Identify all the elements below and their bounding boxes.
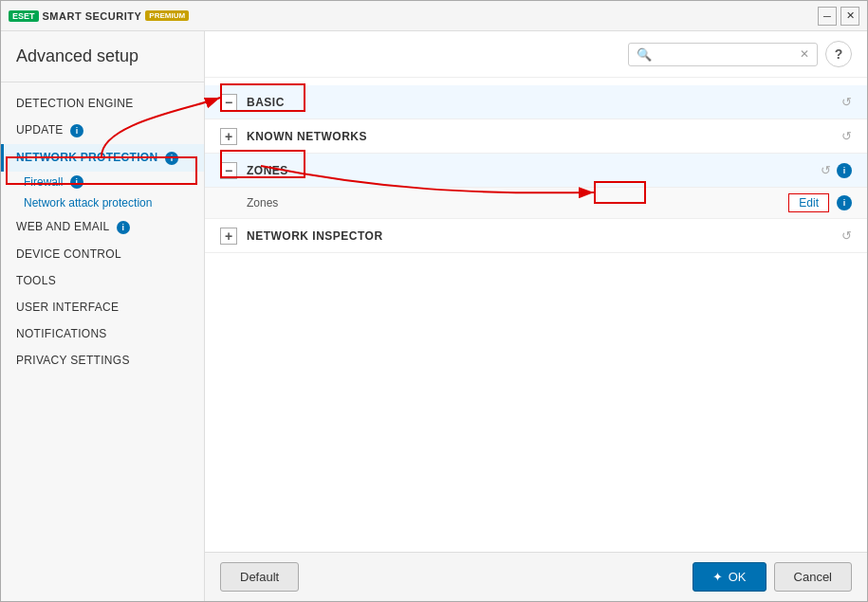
known-networks-reset-icon[interactable]: ↺ [841, 129, 852, 143]
zones-section-row[interactable]: − ZONES ↺ i [205, 154, 867, 188]
sidebar-item-network-attack[interactable]: Network attack protection [1, 192, 204, 213]
zones-label: ZONES [247, 164, 821, 177]
sidebar-title: Advanced setup [1, 46, 204, 82]
sidebar-item-web-and-email[interactable]: WEB AND EMAIL i [1, 213, 204, 241]
ok-label: OK [729, 570, 747, 584]
sidebar-item-device-control[interactable]: DEVICE CONTROL [1, 241, 204, 267]
app-logo: ESET SMART SECURITY PREMIUM [9, 10, 189, 22]
eset-badge: ESET [9, 10, 39, 22]
default-button[interactable]: Default [220, 562, 299, 592]
sidebar-item-tools[interactable]: TOOLS [1, 267, 204, 294]
zones-row: Zones Edit i [205, 188, 867, 218]
premium-badge: PREMIUM [145, 10, 189, 21]
update-info-icon: i [70, 124, 83, 137]
basic-expand-btn[interactable]: − [220, 94, 237, 111]
known-networks-expand-btn[interactable]: + [220, 128, 237, 145]
search-clear-icon[interactable]: ✕ [800, 47, 809, 61]
network-protection-info-icon: i [165, 152, 178, 165]
network-inspector-expand-btn[interactable]: + [220, 228, 237, 245]
title-bar: ESET SMART SECURITY PREMIUM ─ ✕ [1, 1, 867, 31]
minimize-button[interactable]: ─ [818, 7, 837, 26]
search-bar: 🔍 ✕ ? [205, 31, 867, 78]
cancel-button[interactable]: Cancel [774, 562, 852, 592]
main-content: − BASIC ↺ + KNOWN NETWORKS ↺ [205, 78, 867, 552]
footer: Default ✦ OK Cancel [205, 552, 867, 601]
basic-section-row[interactable]: − BASIC ↺ [205, 85, 867, 119]
firewall-info-icon: i [70, 175, 83, 189]
network-inspector-label: NETWORK INSPECTOR [247, 229, 841, 243]
search-icon: 🔍 [637, 47, 652, 62]
basic-label: BASIC [247, 96, 841, 109]
known-networks-label: KNOWN NETWORKS [247, 130, 841, 143]
sidebar: Advanced setup DETECTION ENGINE UPDATE i… [1, 31, 205, 601]
zones-edit-button[interactable]: Edit [788, 193, 829, 212]
known-networks-section-row[interactable]: + KNOWN NETWORKS ↺ [205, 119, 867, 154]
ok-button[interactable]: ✦ OK [693, 562, 766, 592]
sidebar-item-network-protection[interactable]: NETWORK PROTECTION i [1, 144, 204, 172]
app-name: SMART SECURITY [43, 10, 142, 22]
sidebar-item-privacy-settings[interactable]: PRIVACY SETTINGS [1, 347, 204, 374]
ok-icon: ✦ [712, 570, 723, 584]
main-panel: 🔍 ✕ ? − BASIC ↺ [205, 31, 867, 601]
basic-reset-icon[interactable]: ↺ [841, 95, 852, 109]
zones-expand-btn[interactable]: − [220, 162, 237, 179]
zones-sub-label: Zones [247, 196, 788, 210]
sidebar-item-detection-engine[interactable]: DETECTION ENGINE [1, 90, 204, 117]
window-controls: ─ ✕ [818, 7, 859, 26]
zones-row-info-icon[interactable]: i [837, 195, 852, 210]
sidebar-item-firewall[interactable]: Firewall i [1, 172, 204, 193]
help-button[interactable]: ? [825, 41, 852, 67]
web-email-info-icon: i [117, 221, 130, 234]
zones-sub-section: Zones Edit i [205, 188, 867, 219]
sidebar-item-notifications[interactable]: NOTIFICATIONS [1, 320, 204, 347]
search-input-wrap: 🔍 ✕ [628, 43, 818, 66]
zones-reset-icon[interactable]: ↺ [821, 163, 831, 177]
zones-info-icon[interactable]: i [837, 163, 852, 178]
search-input[interactable] [656, 47, 800, 61]
sidebar-item-user-interface[interactable]: USER INTERFACE [1, 294, 204, 320]
network-inspector-reset-icon[interactable]: ↺ [841, 228, 852, 243]
close-button[interactable]: ✕ [840, 7, 859, 26]
sidebar-item-update[interactable]: UPDATE i [1, 117, 204, 144]
network-inspector-section-row[interactable]: + NETWORK INSPECTOR ↺ [205, 219, 867, 253]
